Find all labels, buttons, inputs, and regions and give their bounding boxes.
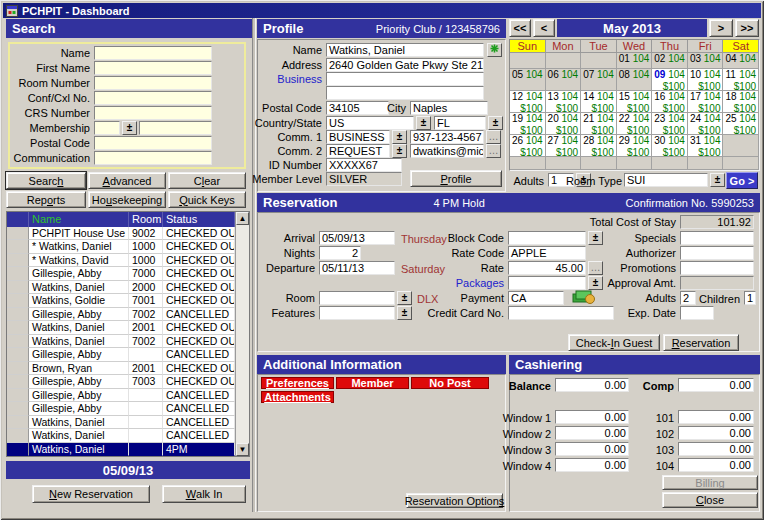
comm1-type-field[interactable]: BUSINESS — [326, 130, 390, 144]
calendar-day-cell[interactable]: 30104$100 — [652, 135, 688, 157]
go-button[interactable]: Go > — [726, 172, 758, 189]
calendar-day-cell[interactable]: 19104$100 — [510, 113, 546, 135]
calendar-day-cell[interactable]: 24104$100 — [688, 113, 724, 135]
guest-table-row[interactable]: Watkins, Daniel2000CHECKED OUT — [7, 281, 235, 294]
calendar-day-cell[interactable]: 22104$100 — [617, 113, 653, 135]
room-column-header[interactable]: Room — [129, 212, 163, 227]
country-dropdown-button[interactable]: ± — [416, 116, 431, 130]
promotions-field[interactable] — [680, 261, 754, 275]
calendar-day-cell[interactable]: 06104 — [546, 69, 582, 91]
calendar-next-button[interactable]: > — [709, 19, 733, 37]
quick-keys-button[interactable]: Quick Keys — [168, 191, 246, 208]
guest-table-row[interactable]: * Watkins, Daniel1000CHECKED OUT — [7, 240, 235, 253]
guest-table-row[interactable]: Watkins, DanielCANCELLED — [7, 429, 235, 442]
guest-table-row[interactable]: Gillespie, AbbyCANCELLED — [7, 402, 235, 415]
check-in-guest-button[interactable]: Check-In Guest — [568, 334, 660, 351]
comm1-ellipsis-button[interactable]: … — [486, 130, 501, 144]
payment-field[interactable]: CA — [508, 291, 564, 305]
scroll-up-button[interactable]: ▲ — [236, 212, 249, 225]
business-label[interactable]: Business — [246, 72, 322, 86]
walk-in-button[interactable]: Walk In — [162, 485, 246, 503]
membership-dropdown-button[interactable]: ± — [122, 121, 137, 135]
calendar-day-cell[interactable]: 05104 — [510, 69, 546, 91]
guest-table-row[interactable]: Watkins, Daniel4PM — [7, 443, 235, 456]
comm1-dropdown-button[interactable]: ± — [392, 130, 407, 144]
arrival-field[interactable]: 05/09/13 — [319, 231, 395, 245]
comm2-type-field[interactable]: REQUEST — [326, 144, 390, 158]
room-field[interactable] — [319, 291, 395, 305]
features-field[interactable] — [319, 306, 395, 320]
search-postal-code-input[interactable] — [94, 136, 212, 150]
guest-table-row[interactable]: Watkins, Goldie7001CHECKED OUT — [7, 294, 235, 307]
guest-table-row[interactable]: * Watkins, David1000CHECKED OUT — [7, 254, 235, 267]
housekeeping-button[interactable]: Housekeeping — [88, 191, 166, 208]
calendar-day-cell[interactable]: 16104$100 — [652, 91, 688, 113]
features-dropdown-button[interactable]: ± — [397, 306, 412, 320]
country-field[interactable]: US — [326, 116, 414, 130]
search-crs-number-input[interactable] — [94, 106, 212, 120]
city-field[interactable]: Naples — [410, 101, 488, 115]
search-conf-cxl-input[interactable] — [94, 91, 212, 105]
calendar-day-cell[interactable]: 07104 — [581, 69, 617, 91]
calendar-day-cell[interactable]: 04104 — [723, 53, 759, 69]
reservation-button[interactable]: Reservation — [663, 334, 739, 351]
name-column-header[interactable]: Name — [29, 212, 129, 227]
calendar-day-cell[interactable]: 15104$100 — [617, 91, 653, 113]
nights-field[interactable]: 2 — [319, 246, 361, 260]
guest-table-row[interactable]: PCHPIT House Use9002CHECKED OUT — [7, 227, 235, 240]
calendar-day-cell[interactable]: 01104 — [617, 53, 653, 69]
calendar-day-cell[interactable]: 09104$100 — [652, 69, 688, 91]
calendar-day-cell[interactable]: 27104$100 — [546, 135, 582, 157]
calendar-day-cell[interactable]: 11104$100 — [723, 69, 759, 91]
calendar-day-cell[interactable]: 12104$100 — [510, 91, 546, 113]
calendar-day-cell[interactable]: 25104$100 — [723, 113, 759, 135]
advanced-button[interactable]: Advanced — [88, 172, 166, 189]
scroll-down-button[interactable]: ▼ — [236, 443, 249, 456]
reservation-options-button[interactable]: Reservation Options — [406, 493, 503, 508]
guest-table-row[interactable]: Brown, Ryan2001CHECKED OUT — [7, 362, 235, 375]
calendar-prev-button[interactable]: < — [533, 19, 555, 37]
departure-field[interactable]: 05/11/13 — [319, 261, 395, 275]
profile-postal-code-field[interactable]: 34105 — [326, 101, 389, 115]
calendar-day-cell[interactable]: 21104$100 — [581, 113, 617, 135]
calendar-day-cell[interactable]: 26104$100 — [510, 135, 546, 157]
calendar-day-cell[interactable]: 13104$100 — [546, 91, 582, 113]
calendar-first-button[interactable]: << — [509, 19, 531, 37]
children-field[interactable]: 1 — [744, 291, 756, 305]
profile-lookup-icon[interactable] — [487, 43, 502, 57]
state-field[interactable]: FL — [434, 116, 486, 130]
member-badge[interactable]: Member — [336, 377, 409, 389]
status-column-header[interactable]: Status — [163, 212, 235, 227]
calendar-day-cell[interactable]: 10104$100 — [688, 69, 724, 91]
calendar-day-cell[interactable]: 02104 — [652, 53, 688, 69]
calendar-day-cell[interactable]: 14104$100 — [581, 91, 617, 113]
search-communication-input[interactable] — [94, 151, 212, 165]
calendar-day-cell[interactable]: 03104 — [688, 53, 724, 69]
clear-button[interactable]: Clear — [168, 172, 246, 189]
guest-table-row[interactable]: Gillespie, Abby7002CANCELLED — [7, 308, 235, 321]
search-name-input[interactable] — [94, 46, 212, 60]
exp-date-field[interactable] — [680, 306, 714, 320]
search-button[interactable]: Search — [6, 172, 86, 189]
profile-button[interactable]: Profile — [410, 170, 502, 187]
close-button[interactable]: Close — [662, 492, 758, 508]
authorizer-field[interactable] — [680, 246, 754, 260]
guest-table-row[interactable]: Gillespie, Abby7003CHECKED OUT — [7, 375, 235, 388]
guest-table-row[interactable]: Gillespie, AbbyCANCELLED — [7, 389, 235, 402]
address-field[interactable]: 2640 Golden Gate Pkwy Ste 211 — [326, 58, 484, 72]
room-type-qb-field[interactable]: SUI — [624, 173, 708, 187]
calendar-day-cell[interactable]: 31104$100 — [688, 135, 724, 157]
guest-table-row[interactable]: Gillespie, AbbyCANCELLED — [7, 348, 235, 361]
calendar-day-cell[interactable]: 20104$100 — [546, 113, 582, 135]
state-dropdown-button[interactable]: ± — [488, 116, 503, 130]
specials-field[interactable] — [680, 231, 754, 245]
comm2-value-field[interactable]: dwatkins@micros — [410, 144, 484, 158]
guest-table-row[interactable]: Watkins, Daniel2001CHECKED OUT — [7, 321, 235, 334]
packages-label[interactable]: Packages — [420, 276, 504, 290]
no-post-badge[interactable]: No Post — [411, 377, 489, 389]
room-type-qb-dropdown-button[interactable]: ± — [710, 173, 725, 187]
adults-field[interactable]: 2 — [680, 291, 696, 305]
guest-table-row[interactable]: Gillespie, Abby7000CHECKED OUT — [7, 267, 235, 280]
calendar-day-cell[interactable]: 18104$100 — [723, 91, 759, 113]
calendar-day-cell[interactable]: 28104$100 — [581, 135, 617, 157]
